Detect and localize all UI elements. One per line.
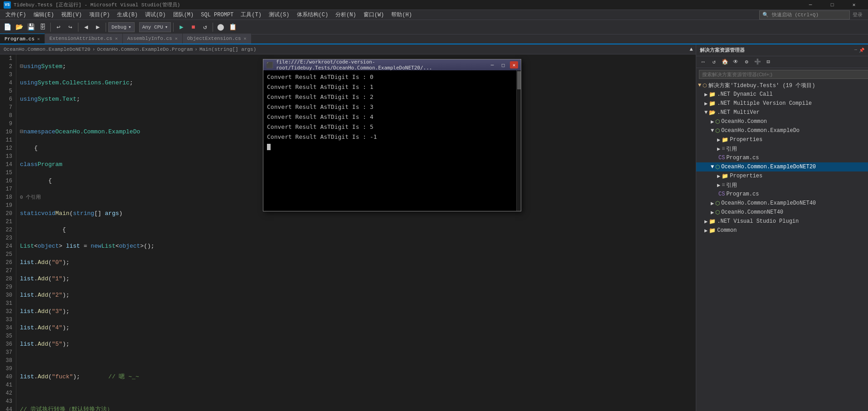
editor-toolbar: OceanHo.Common.ExampleDoNET20 › OceanHo.… bbox=[0, 44, 696, 54]
se-item-ref-1[interactable]: ▶ ≡ 引用 bbox=[696, 144, 868, 153]
expand-icon: ▶ bbox=[704, 227, 708, 234]
back-btn[interactable]: ◀ bbox=[81, 22, 92, 33]
fwd-btn[interactable]: ▶ bbox=[92, 22, 103, 33]
menu-bar: 文件(F) 编辑(E) 视图(V) 项目(P) 生成(B) 调试(D) 团队(M… bbox=[0, 10, 868, 20]
menu-test[interactable]: 测试(S) bbox=[265, 10, 293, 20]
se-collapse-btn[interactable]: ⊟ bbox=[763, 57, 773, 67]
se-new-solution-btn[interactable]: ➕ bbox=[752, 57, 762, 67]
se-item-commonnet40[interactable]: ▶ ⬡ OceanHo.CommonNET40 bbox=[696, 208, 868, 217]
tab-label: Program.cs bbox=[5, 36, 34, 42]
menu-team[interactable]: 团队(M) bbox=[170, 10, 198, 20]
expand-icon: ▶ bbox=[711, 118, 714, 125]
expand-icon: ▶ bbox=[704, 100, 708, 107]
se-item-ref-2[interactable]: ▶ ≡ 引用 bbox=[696, 181, 868, 190]
se-search-input[interactable] bbox=[699, 70, 868, 79]
debug-config-dropdown[interactable]: Debug ▾ bbox=[108, 22, 135, 32]
tab-objectextension-cs[interactable]: ObjectExtension.cs ✕ bbox=[183, 34, 252, 44]
menu-sqlprompt[interactable]: SQL PROMPT bbox=[197, 10, 237, 20]
se-item-program-cs-1[interactable]: CS Program.cs bbox=[696, 153, 868, 162]
ref-icon: ≡ bbox=[722, 182, 725, 188]
se-item-vs-plugin[interactable]: ▶ 📁 .NET Visual Studio Plugin bbox=[696, 217, 868, 226]
folder-icon: 📁 bbox=[722, 173, 728, 180]
toolbar-separator-4 bbox=[173, 23, 174, 32]
solution-folder-icon: ⬡ bbox=[703, 83, 707, 88]
close-button[interactable]: ✕ bbox=[844, 0, 864, 10]
se-label: 引用 bbox=[726, 145, 737, 153]
se-label: .NET Multiple Version Compile bbox=[717, 100, 812, 107]
se-sync-btn[interactable]: ↔ bbox=[698, 57, 708, 67]
tab-program-cs[interactable]: Program.cs ✕ bbox=[0, 34, 45, 44]
se-show-all-btn[interactable]: 👁 bbox=[731, 57, 741, 67]
se-item-program-cs-2[interactable]: CS Program.cs bbox=[696, 190, 868, 199]
solution-icon: ▼ bbox=[698, 82, 701, 88]
console-scrollbar-thumb[interactable] bbox=[517, 71, 521, 89]
project-icon: ⬡ bbox=[715, 200, 720, 207]
menu-window[interactable]: 窗口(W) bbox=[360, 10, 388, 20]
se-item-exampledonet40[interactable]: ▶ ⬡ OceanHo.Common.ExampleDoNET40 bbox=[696, 199, 868, 208]
main-layout: OceanHo.Common.ExampleDoNET20 › OceanHo.… bbox=[0, 44, 868, 411]
console-maximize-btn[interactable]: □ bbox=[499, 61, 507, 68]
console-titlebar: ⬛ file:///E:/workroot/code-version-root/… bbox=[263, 59, 521, 70]
expand-icon: ▶ bbox=[711, 209, 714, 216]
window-controls: ─ □ ✕ bbox=[800, 0, 864, 10]
se-solution-root[interactable]: ▼ ⬡ 解决方案'Tidebuy.Tests' (19 个项目) bbox=[696, 81, 868, 90]
scroll-up-btn[interactable]: ▲ bbox=[687, 44, 696, 54]
tab-close-icon[interactable]: ✕ bbox=[175, 36, 178, 41]
console-close-btn[interactable]: ✕ bbox=[510, 61, 518, 68]
menu-arch[interactable]: 体系结构(C) bbox=[293, 10, 332, 20]
se-filter-btn[interactable]: ⚙ bbox=[742, 57, 752, 67]
undo-btn[interactable]: ↩ bbox=[53, 22, 64, 33]
restart-btn[interactable]: ↺ bbox=[199, 22, 210, 33]
console-window: ⬛ file:///E:/workroot/code-version-root/… bbox=[263, 59, 521, 211]
se-item-multiver[interactable]: ▼ 📂 .NET MultiVer bbox=[696, 108, 868, 117]
se-item-properties-1[interactable]: ▶ 📁 Properties bbox=[696, 135, 868, 144]
redo-btn[interactable]: ↪ bbox=[65, 22, 76, 33]
project-icon: ⬡ bbox=[715, 164, 720, 171]
code-view-btn[interactable]: 📋 bbox=[227, 22, 238, 33]
minimize-button[interactable]: ─ bbox=[800, 0, 821, 10]
se-label: Properties bbox=[730, 173, 762, 179]
menu-help[interactable]: 帮助(H) bbox=[388, 10, 416, 20]
console-scrollbar[interactable] bbox=[516, 70, 521, 211]
expand-icon: ▶ bbox=[704, 91, 708, 98]
se-item-common[interactable]: ▶ 📁 Common bbox=[696, 226, 868, 235]
menu-analyze[interactable]: 分析(N) bbox=[332, 10, 360, 20]
tab-assemblyinfo-cs[interactable]: AssemblyInfo.cs ✕ bbox=[123, 34, 183, 44]
menu-project[interactable]: 项目(P) bbox=[86, 10, 114, 20]
se-refresh-btn[interactable]: ↺ bbox=[709, 57, 719, 67]
stop-debug-btn[interactable]: ■ bbox=[188, 22, 199, 33]
code-container[interactable]: 12345 678910 1112131415 1617181920 21222… bbox=[0, 54, 696, 411]
new-project-btn[interactable]: 📄 bbox=[2, 22, 13, 33]
se-item-exampledo[interactable]: ▼ ⬡ OceanHo.Common.ExampleDo bbox=[696, 126, 868, 135]
se-pin-btn[interactable]: 📌 bbox=[859, 48, 864, 53]
login-button[interactable]: 登录 bbox=[853, 11, 863, 18]
menu-file[interactable]: 文件(F) bbox=[2, 10, 30, 20]
menu-tools[interactable]: 工具(T) bbox=[237, 10, 265, 20]
maximize-button[interactable]: □ bbox=[822, 0, 843, 10]
tab-extensionattribute-cs[interactable]: ExtensionAttribute.cs ✕ bbox=[45, 34, 123, 44]
se-close-btn[interactable]: ─ bbox=[854, 48, 857, 53]
menu-debug[interactable]: 调试(D) bbox=[141, 10, 170, 20]
se-item-dynamic-call[interactable]: ▶ 📁 .NET Dynamic Call bbox=[696, 90, 868, 99]
se-label: .NET MultiVer bbox=[717, 109, 760, 116]
menu-view[interactable]: 视图(V) bbox=[58, 10, 86, 20]
breakpoints-btn[interactable]: ⬤ bbox=[215, 22, 226, 33]
menu-build[interactable]: 生成(B) bbox=[113, 10, 141, 20]
tab-close-icon[interactable]: ✕ bbox=[37, 36, 40, 42]
console-minimize-btn[interactable]: ─ bbox=[488, 61, 496, 68]
start-debug-btn[interactable]: ▶ bbox=[176, 22, 187, 33]
menu-edit[interactable]: 编辑(E) bbox=[30, 10, 58, 20]
se-item-oceanho-common[interactable]: ▶ ⬡ OceanHo.Common bbox=[696, 117, 868, 126]
se-item-exampledonet20[interactable]: ▼ ⬡ OceanHo.Common.ExampleDoNET20 bbox=[696, 162, 868, 171]
se-item-properties-2[interactable]: ▶ 📁 Properties bbox=[696, 171, 868, 181]
se-home-btn[interactable]: 🏠 bbox=[720, 57, 730, 67]
se-item-multiple-version[interactable]: ▶ 📁 .NET Multiple Version Compile bbox=[696, 99, 868, 108]
save-all-btn[interactable]: 🗄 bbox=[37, 22, 48, 33]
open-btn[interactable]: 📂 bbox=[14, 22, 24, 33]
tab-close-icon[interactable]: ✕ bbox=[115, 36, 118, 41]
tab-close-icon[interactable]: ✕ bbox=[244, 36, 247, 41]
platform-dropdown[interactable]: Any CPU ▾ bbox=[139, 22, 171, 32]
toolbar: 📄 📂 💾 🗄 ↩ ↪ ◀ ▶ Debug ▾ Any CPU ▾ ▶ ■ ↺ … bbox=[0, 20, 868, 34]
save-btn[interactable]: 💾 bbox=[25, 22, 36, 33]
quick-launch-input[interactable]: 🔍 快速启动 (Ctrl+Q) bbox=[759, 10, 850, 20]
